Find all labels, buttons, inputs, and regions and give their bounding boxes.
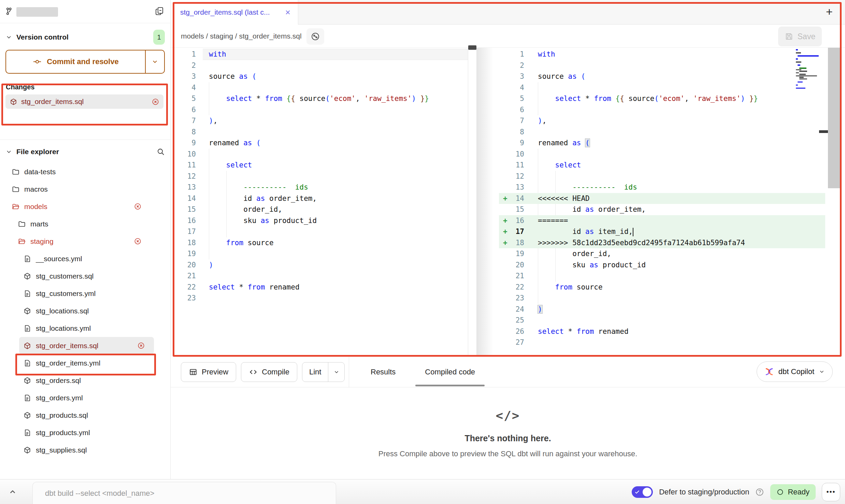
file-explorer-item-stg_locations.sql[interactable]: stg_locations.sql: [0, 302, 170, 320]
code-line[interactable]: 5 select * from {{ source('ecom', 'raw_i…: [499, 93, 825, 104]
code-line[interactable]: 21: [499, 270, 825, 282]
code-line[interactable]: 9renamed as (: [171, 137, 468, 149]
code-line[interactable]: 3source as (: [499, 71, 825, 82]
code-line[interactable]: 15 id as order_item,: [499, 204, 825, 215]
deleted-status-icon[interactable]: [152, 98, 159, 106]
commit-and-resolve-button[interactable]: Commit and resolve: [5, 50, 165, 74]
lineage-button[interactable]: [306, 28, 324, 45]
code-line[interactable]: 12: [499, 171, 825, 182]
code-line[interactable]: 27: [499, 337, 825, 348]
file-explorer-item-stg_supplies.sql[interactable]: stg_supplies.sql: [0, 441, 170, 459]
code-line[interactable]: 8: [171, 127, 468, 138]
code-line[interactable]: 11 select: [171, 160, 468, 171]
file-explorer-item-staging[interactable]: staging: [0, 233, 170, 250]
deleted-status-icon[interactable]: [134, 203, 142, 210]
code-line[interactable]: 13 ---------- ids: [171, 182, 468, 193]
code-line[interactable]: 21: [171, 270, 468, 282]
code-line[interactable]: 25: [499, 315, 825, 326]
code-line[interactable]: 2: [171, 60, 468, 71]
code-line[interactable]: 7),: [171, 115, 468, 127]
code-line[interactable]: 2: [499, 60, 825, 71]
save-button[interactable]: Save: [778, 27, 822, 46]
defer-toggle[interactable]: [632, 486, 653, 498]
code-line[interactable]: 6: [499, 104, 825, 116]
file-explorer-item-models[interactable]: models: [0, 198, 170, 215]
code-line[interactable]: 1with: [499, 49, 825, 60]
commit-dropdown-button[interactable]: [145, 50, 164, 73]
code-line[interactable]: +14<<<<<<< HEAD: [499, 193, 825, 204]
code-line[interactable]: +18>>>>>>> 58c1dd23d5eebd9cd2495fa7124ab…: [499, 237, 825, 249]
deleted-status-icon[interactable]: [137, 342, 145, 350]
code-line[interactable]: 20): [171, 260, 468, 271]
close-icon[interactable]: ×: [285, 8, 290, 17]
tab-results[interactable]: Results: [369, 357, 398, 387]
code-editor-left[interactable]: 1with23source as (45 select * from {{ so…: [171, 48, 468, 357]
code-editor-right[interactable]: 1with23source as (45 select * from {{ so…: [499, 48, 825, 357]
deleted-status-icon[interactable]: [134, 237, 142, 245]
code-line[interactable]: 10: [171, 149, 468, 160]
code-line[interactable]: 3source as (: [171, 71, 468, 82]
right-editor-scrollbar-thumb[interactable]: [828, 48, 842, 188]
code-line[interactable]: 1with: [171, 49, 468, 60]
code-line[interactable]: 10: [499, 149, 825, 160]
code-line[interactable]: 23: [171, 293, 468, 304]
code-line[interactable]: 14 id as order_item,: [171, 193, 468, 204]
lint-button[interactable]: Lint: [302, 362, 328, 382]
file-explorer-item-stg_orders.sql[interactable]: stg_orders.sql: [0, 372, 170, 389]
code-line[interactable]: 11 select: [499, 160, 825, 171]
command-input[interactable]: dbt build --select <model_name>: [32, 482, 336, 504]
file-explorer-item-stg_customers.yml[interactable]: stg_customers.yml: [0, 285, 170, 302]
code-line[interactable]: 18 from source: [171, 237, 468, 249]
version-control-section-header[interactable]: Version control 1: [0, 29, 170, 45]
left-editor-scrollbar-thumb[interactable]: [468, 45, 476, 50]
code-line[interactable]: 24): [499, 304, 825, 315]
file-explorer-item-stg_products.sql[interactable]: stg_products.sql: [0, 406, 170, 424]
file-explorer-item-stg_order_items.yml[interactable]: stg_order_items.yml: [0, 354, 170, 372]
code-line[interactable]: +16=======: [499, 215, 825, 226]
code-line[interactable]: 5 select * from {{ source('ecom', 'raw_i…: [171, 93, 468, 104]
code-line[interactable]: 4: [499, 82, 825, 93]
chevron-up-icon[interactable]: [8, 487, 18, 497]
file-explorer-item-stg_order_items.sql[interactable]: stg_order_items.sql: [19, 337, 154, 354]
code-line[interactable]: 8: [499, 127, 825, 138]
code-line[interactable]: 23: [499, 293, 825, 304]
file-explorer-item-stg_customers.sql[interactable]: stg_customers.sql: [0, 267, 170, 285]
minimap[interactable]: [796, 49, 818, 91]
file-explorer-item-stg_locations.yml[interactable]: stg_locations.yml: [0, 320, 170, 337]
preview-button[interactable]: Preview: [181, 362, 236, 382]
code-line[interactable]: 7),: [499, 115, 825, 127]
file-explorer-item-stg_orders.yml[interactable]: stg_orders.yml: [0, 389, 170, 406]
file-explorer-item-macros[interactable]: macros: [0, 180, 170, 198]
code-line[interactable]: 12: [171, 171, 468, 182]
tab-stg-order-items[interactable]: stg_order_items.sql (last c... ×: [171, 0, 298, 25]
changed-file-item[interactable]: stg_order_items.sql: [5, 94, 163, 109]
code-line[interactable]: 22select * from renamed: [171, 282, 468, 293]
file-explorer-item-stg_products.yml[interactable]: stg_products.yml: [0, 424, 170, 441]
code-line[interactable]: 16 sku as product_id: [171, 215, 468, 226]
code-line[interactable]: +17 id as item_id,: [499, 226, 825, 237]
file-explorer-item-__sources.yml[interactable]: __sources.yml: [0, 250, 170, 267]
tab-compiled-code[interactable]: Compiled code: [423, 357, 477, 387]
code-line[interactable]: 15 order_id,: [171, 204, 468, 215]
file-explorer-section-header[interactable]: File explorer: [0, 142, 170, 162]
new-tab-button[interactable]: +: [822, 4, 837, 19]
code-line[interactable]: 9renamed as (: [499, 137, 825, 149]
code-line[interactable]: 19: [171, 248, 468, 260]
lint-dropdown-button[interactable]: [328, 362, 344, 382]
code-line[interactable]: 13 ---------- ids: [499, 182, 825, 193]
copy-icon[interactable]: [155, 6, 164, 16]
code-line[interactable]: 22 from source: [499, 282, 825, 293]
code-line[interactable]: 17: [171, 226, 468, 237]
file-explorer-item-data-tests[interactable]: data-tests: [0, 163, 170, 180]
code-line[interactable]: 19 order_id,: [499, 248, 825, 260]
code-line[interactable]: 20 sku as product_id: [499, 260, 825, 271]
search-icon[interactable]: [157, 148, 165, 156]
help-icon[interactable]: [755, 488, 764, 496]
code-line[interactable]: 4: [171, 82, 468, 93]
file-explorer-item-marts[interactable]: marts: [0, 215, 170, 233]
code-line[interactable]: 26select * from renamed: [499, 326, 825, 337]
compile-button[interactable]: Compile: [241, 362, 297, 382]
dbt-copilot-button[interactable]: dbt Copilot: [757, 361, 833, 382]
more-menu-button[interactable]: •••: [822, 483, 840, 501]
code-line[interactable]: 6: [171, 104, 468, 116]
